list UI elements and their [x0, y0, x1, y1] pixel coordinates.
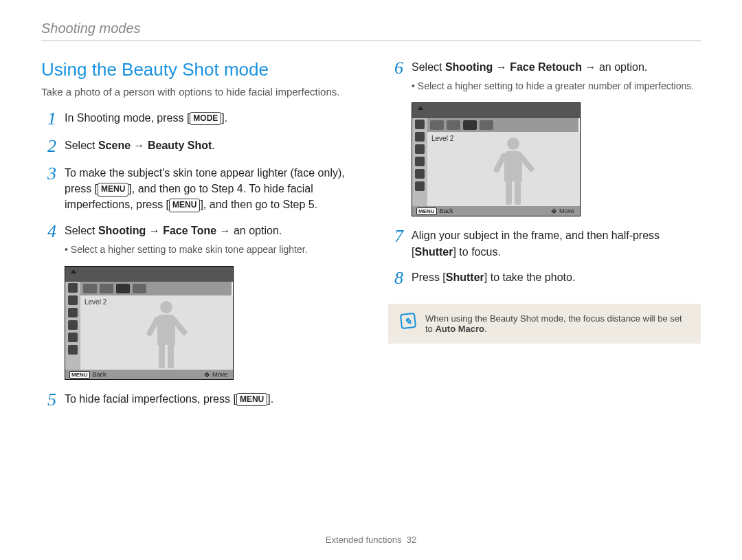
- note-icon: ✎: [400, 313, 416, 329]
- step-bold: Shutter: [446, 271, 484, 283]
- option-chip: [480, 120, 493, 130]
- camera-screenshot-face-retouch: Level 2 MENU Back ✥ Move: [412, 102, 581, 216]
- step-number: 8: [388, 269, 403, 287]
- screenshot-option-row: [80, 282, 232, 295]
- menu-chip: MENU: [98, 183, 128, 196]
- caret-up-icon: [71, 269, 76, 273]
- level-label: Level 2: [85, 298, 106, 306]
- step-number: 6: [388, 59, 403, 93]
- menu-chip: MENU: [169, 199, 200, 212]
- person-silhouette: [142, 301, 190, 370]
- move-label: Move: [212, 371, 227, 378]
- step-number: 4: [41, 223, 56, 256]
- step-number: 1: [41, 110, 56, 128]
- step-1: 1 In Shooting mode, press [MODE].: [41, 110, 354, 128]
- left-icon: [68, 308, 78, 317]
- step-body: In Shooting mode, press [MODE].: [65, 110, 227, 128]
- option-chip: [430, 120, 444, 130]
- info-note: ✎ When using the Beauty Shot mode, the f…: [388, 304, 701, 344]
- step-text: Select: [65, 139, 98, 151]
- left-icon: [68, 320, 78, 330]
- left-icon: [415, 132, 425, 142]
- camera-screenshot-face-tone: Level 2 MENU Back ✥ Move: [65, 266, 234, 380]
- step-number: 5: [41, 391, 56, 409]
- step-number: 3: [41, 165, 56, 213]
- step-bold: Shooting → Face Tone: [98, 225, 216, 236]
- left-icon: [415, 169, 425, 179]
- footer-section: Extended functions: [326, 535, 402, 545]
- screenshot-option-row: [427, 118, 578, 132]
- step-body: Select Shooting → Face Tone → an option.…: [65, 223, 308, 256]
- person-silhouette: [489, 137, 537, 206]
- step-4: 4 Select Shooting → Face Tone → an optio…: [41, 223, 354, 256]
- left-column: Using the Beauty Shot mode Take a photo …: [41, 59, 354, 418]
- step-number: 2: [41, 137, 56, 155]
- step-body: Select Shooting → Face Retouch → an opti…: [412, 59, 694, 93]
- step-text: In Shooting mode, press [: [65, 112, 190, 124]
- step-text: → an option.: [216, 225, 282, 236]
- back-label: Back: [93, 371, 106, 378]
- content-columns: Using the Beauty Shot mode Take a photo …: [41, 59, 701, 418]
- step-text: ], and then go to Step 5.: [200, 199, 317, 210]
- step-6: 6 Select Shooting → Face Retouch → an op…: [388, 59, 701, 93]
- level-label: Level 2: [431, 135, 453, 142]
- step-text: Select: [65, 225, 98, 236]
- step-text: ].: [221, 112, 227, 124]
- step-sub: Select a higher setting to hide a greate…: [412, 79, 694, 93]
- page-footer: Extended functions 32: [0, 535, 742, 545]
- option-chip: [83, 284, 97, 293]
- caret-up-icon: [418, 106, 423, 110]
- left-icon: [68, 345, 78, 355]
- screenshot-topbar: [65, 267, 233, 282]
- step-text: Select: [412, 61, 445, 73]
- left-icon: [68, 333, 78, 342]
- section-header: Shooting modes: [41, 21, 701, 41]
- step-3: 3 To make the subject's skin tone appear…: [41, 165, 354, 213]
- option-chip-selected: [116, 284, 130, 293]
- note-text-b: .: [484, 324, 487, 334]
- left-icon: [415, 157, 425, 166]
- screenshot-bottom-bar: MENU Back ✥ Move: [65, 370, 233, 379]
- left-icon: [68, 295, 78, 305]
- step-bold: Scene → Beauty Shot: [98, 139, 212, 151]
- step-body: To hide facial imperfections, press [MEN…: [65, 391, 273, 409]
- menu-chip: MENU: [236, 393, 267, 406]
- step-bold: Shutter: [414, 246, 453, 258]
- step-text: To hide facial imperfections, press [: [65, 393, 236, 405]
- left-icon: [415, 120, 425, 129]
- screenshot-topbar: [412, 103, 580, 118]
- menu-chip-icon: MENU: [416, 208, 437, 215]
- step-text: ].: [267, 393, 273, 405]
- option-chip: [100, 284, 113, 293]
- step-text: ] to focus.: [453, 246, 500, 258]
- step-text: → an option.: [582, 61, 647, 73]
- left-icon: [68, 283, 78, 293]
- note-bold: Auto Macro: [435, 324, 484, 334]
- screenshot-main: Level 2: [427, 132, 580, 206]
- step-5: 5 To hide facial imperfections, press [M…: [41, 391, 354, 409]
- step-text: .: [212, 139, 214, 151]
- right-column: 6 Select Shooting → Face Retouch → an op…: [388, 59, 701, 418]
- move-label: Move: [559, 208, 574, 214]
- option-chip: [447, 120, 460, 130]
- option-chip-selected: [463, 120, 477, 130]
- move-icon: ✥: [551, 208, 556, 215]
- left-icon: [415, 144, 425, 154]
- step-body: To make the subject's skin tone appear l…: [65, 165, 354, 213]
- menu-chip-icon: MENU: [69, 371, 90, 379]
- step-8: 8 Press [Shutter] to take the photo.: [388, 269, 701, 287]
- footer-page: 32: [407, 535, 416, 545]
- screenshot-bottom-bar: MENU Back ✥ Move: [412, 206, 580, 216]
- move-icon: ✥: [204, 371, 210, 379]
- screenshot-main: Level 2: [80, 295, 233, 370]
- back-label: Back: [440, 208, 453, 214]
- step-body: Press [Shutter] to take the photo.: [412, 269, 575, 287]
- page-title: Using the Beauty Shot mode: [41, 59, 354, 80]
- step-2: 2 Select Scene → Beauty Shot.: [41, 137, 354, 155]
- step-text: ] to take the photo.: [484, 271, 576, 283]
- step-text: Press [: [412, 271, 446, 283]
- step-bold: Shooting → Face Retouch: [445, 61, 582, 73]
- intro-text: Take a photo of a person with options to…: [41, 86, 354, 98]
- left-icon: [415, 181, 425, 191]
- step-body: Select Scene → Beauty Shot.: [65, 137, 215, 155]
